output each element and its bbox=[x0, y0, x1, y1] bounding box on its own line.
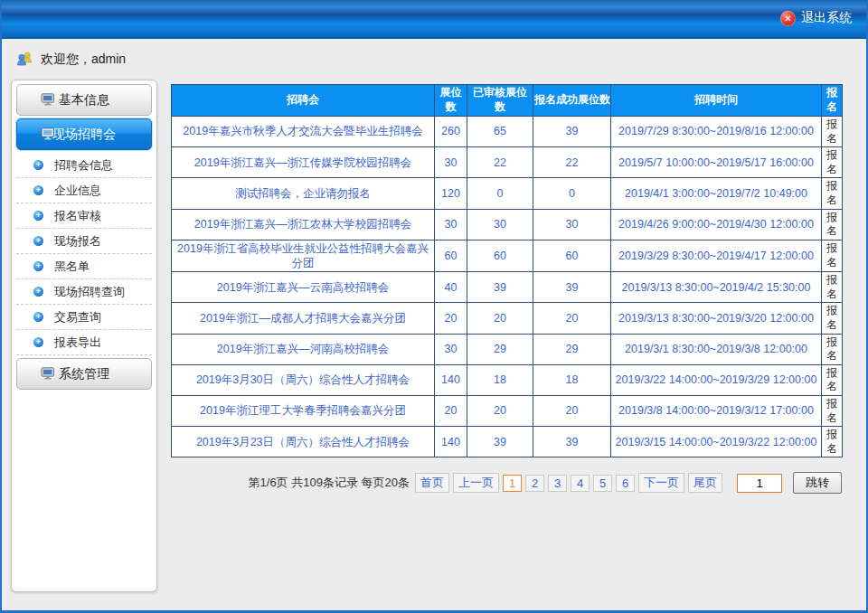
approved-count: 20 bbox=[467, 396, 533, 427]
approved-count: 39 bbox=[467, 427, 533, 457]
approved-count: 18 bbox=[467, 364, 533, 395]
pagination-last[interactable]: 尾页 bbox=[688, 473, 722, 493]
apply-link[interactable]: 报名 bbox=[822, 240, 843, 272]
table-row: 2019年3月30日（周六）综合性人才招聘会 140 18 18 2019/3/… bbox=[172, 364, 843, 395]
recruit-time: 2019/3/13 8:30:00~2019/3/20 12:00:00 bbox=[611, 303, 822, 334]
apply-link[interactable]: 报名 bbox=[822, 209, 843, 240]
sidebar-item-system-mgmt[interactable]: 系统管理 bbox=[16, 358, 152, 390]
plus-icon: + bbox=[33, 261, 43, 271]
jobfair-name-link[interactable]: 2019年浙江理工大学春季招聘会嘉兴分团 bbox=[172, 396, 435, 427]
users-icon bbox=[16, 52, 33, 69]
jobfair-name-link[interactable]: 测试招聘会，企业请勿报名 bbox=[172, 178, 435, 209]
booths-count: 30 bbox=[435, 209, 467, 240]
logout-button[interactable]: ✕ 退出系统 bbox=[780, 10, 852, 26]
registered-count: 20 bbox=[533, 396, 611, 427]
approved-count: 0 bbox=[467, 178, 533, 209]
main-content: 招聘会 展位数 已审核展位数 报名成功展位数 招聘时间 报名 2019年嘉兴市秋… bbox=[171, 84, 842, 494]
page-jump-button[interactable]: 跳转 bbox=[793, 472, 842, 494]
sidebar-sub-item-label: 交易查询 bbox=[54, 309, 101, 325]
booths-count: 20 bbox=[435, 303, 467, 334]
sidebar-sub-item[interactable]: + 黑名单 bbox=[16, 254, 152, 279]
plus-icon: + bbox=[33, 312, 43, 322]
approved-count: 39 bbox=[467, 272, 533, 303]
booths-count: 140 bbox=[435, 364, 467, 395]
jobfair-name-link[interactable]: 2019年嘉兴市秋季人才交流大会暨毕业生招聘会 bbox=[172, 117, 435, 147]
app-window: ✕ 退出系统 欢迎您，admin 基 bbox=[0, 0, 868, 613]
apply-link[interactable]: 报名 bbox=[822, 117, 843, 147]
table-row: 2019年浙江理工大学春季招聘会嘉兴分团 20 20 20 2019/3/8 1… bbox=[172, 396, 843, 427]
sidebar-item-label: 现场招聘会 bbox=[52, 127, 116, 143]
jobfair-name-link[interactable]: 2019年浙江嘉兴—浙江农林大学校园招聘会 bbox=[172, 209, 435, 240]
table-row: 测试招聘会，企业请勿报名 120 0 0 2019/4/1 3:00:00~20… bbox=[172, 178, 843, 209]
jobfair-name-link[interactable]: 2019年3月23日（周六）综合性人才招聘会 bbox=[172, 427, 435, 457]
pagination-page-number[interactable]: 6 bbox=[616, 475, 635, 492]
registered-count: 60 bbox=[533, 240, 611, 272]
monitor-icon bbox=[41, 127, 55, 143]
sidebar-sub-item-label: 报名审核 bbox=[54, 208, 101, 224]
pagination-prev[interactable]: 上一页 bbox=[453, 473, 499, 493]
col-header-apply: 报名 bbox=[822, 85, 843, 117]
registered-count: 29 bbox=[533, 334, 611, 364]
apply-link[interactable]: 报名 bbox=[822, 364, 843, 395]
pagination-page-number[interactable]: 5 bbox=[593, 475, 612, 492]
col-header-jobfair: 招聘会 bbox=[172, 85, 435, 117]
plus-icon: + bbox=[33, 337, 43, 347]
sidebar-sub-item[interactable]: + 报表导出 bbox=[16, 330, 152, 355]
pagination-next[interactable]: 下一页 bbox=[638, 473, 684, 493]
approved-count: 22 bbox=[467, 147, 533, 178]
booths-count: 30 bbox=[435, 334, 467, 364]
plus-icon: + bbox=[33, 211, 43, 221]
sidebar-sub-item[interactable]: + 报名审核 bbox=[16, 203, 152, 229]
recruit-time: 2019/5/7 10:00:00~2019/5/17 16:00:00 bbox=[611, 147, 822, 178]
apply-link[interactable]: 报名 bbox=[822, 272, 843, 303]
sidebar-item-label: 基本信息 bbox=[59, 92, 109, 108]
jobfair-name-link[interactable]: 2019年浙江嘉兴—河南高校招聘会 bbox=[172, 334, 435, 364]
recruit-time: 2019/3/1 8:30:00~2019/3/8 12:00:00 bbox=[611, 334, 822, 364]
pagination-page-number[interactable]: 1 bbox=[503, 475, 522, 492]
table-row: 2019年浙江嘉兴—浙江传媒学院校园招聘会 30 22 22 2019/5/7 … bbox=[172, 147, 843, 178]
apply-link[interactable]: 报名 bbox=[822, 303, 843, 334]
logout-label: 退出系统 bbox=[801, 10, 852, 26]
sidebar-item-onsite-jobfair[interactable]: 现场招聘会 bbox=[16, 118, 152, 150]
apply-link[interactable]: 报名 bbox=[822, 334, 843, 364]
table-row: 2019年浙江省高校毕业生就业公益性招聘大会嘉兴分团 60 60 60 2019… bbox=[172, 240, 843, 272]
jobfair-name-link[interactable]: 2019年浙江嘉兴—云南高校招聘会 bbox=[172, 272, 435, 303]
pagination-summary: 第1/6页 共109条记录 每页20条 bbox=[249, 475, 410, 491]
recruit-time: 2019/3/22 14:00:00~2019/3/29 12:00:00 bbox=[611, 364, 822, 395]
registered-count: 39 bbox=[533, 427, 611, 457]
sidebar-sub-item-label: 招聘会信息 bbox=[54, 157, 113, 174]
plus-icon: + bbox=[33, 185, 43, 195]
sidebar-item-label: 系统管理 bbox=[59, 366, 109, 382]
sidebar-sub-item[interactable]: + 现场报名 bbox=[16, 229, 152, 254]
apply-link[interactable]: 报名 bbox=[822, 427, 843, 457]
apply-link[interactable]: 报名 bbox=[822, 396, 843, 427]
jobfair-name-link[interactable]: 2019年浙江—成都人才招聘大会嘉兴分团 bbox=[172, 303, 435, 334]
monitor-icon bbox=[41, 93, 55, 108]
monitor-icon bbox=[41, 367, 55, 382]
jobfair-name-link[interactable]: 2019年浙江省高校毕业生就业公益性招聘大会嘉兴分团 bbox=[172, 240, 435, 272]
sidebar-sub-item-label: 报表导出 bbox=[54, 335, 101, 351]
jobfair-table: 招聘会 展位数 已审核展位数 报名成功展位数 招聘时间 报名 2019年嘉兴市秋… bbox=[171, 84, 843, 457]
sidebar-sub-item[interactable]: + 现场招聘查询 bbox=[16, 279, 152, 305]
jobfair-name-link[interactable]: 2019年浙江嘉兴—浙江传媒学院校园招聘会 bbox=[172, 147, 435, 178]
page-jump-input[interactable] bbox=[737, 474, 782, 493]
sidebar-sub-item[interactable]: + 交易查询 bbox=[16, 305, 152, 330]
plus-icon: + bbox=[33, 236, 43, 246]
jobfair-name-link[interactable]: 2019年3月30日（周六）综合性人才招聘会 bbox=[172, 364, 435, 395]
col-header-approved: 已审核展位数 bbox=[467, 85, 533, 117]
apply-link[interactable]: 报名 bbox=[822, 178, 843, 209]
welcome-bar: 欢迎您，admin bbox=[16, 51, 866, 69]
booths-count: 140 bbox=[435, 427, 467, 457]
pagination-page-number[interactable]: 4 bbox=[571, 475, 590, 492]
table-header-row: 招聘会 展位数 已审核展位数 报名成功展位数 招聘时间 报名 bbox=[172, 85, 843, 117]
pagination-page-number[interactable]: 3 bbox=[548, 475, 567, 492]
sidebar-item-basic-info[interactable]: 基本信息 bbox=[16, 84, 152, 116]
recruit-time: 2019/3/15 14:00:00~2019/3/22 12:00:00 bbox=[611, 427, 822, 457]
registered-count: 39 bbox=[533, 272, 611, 303]
sidebar-sub-item[interactable]: + 企业信息 bbox=[16, 178, 152, 203]
pagination-page-number[interactable]: 2 bbox=[525, 475, 544, 492]
sidebar-sub-item[interactable]: + 招聘会信息 bbox=[16, 153, 152, 178]
apply-link[interactable]: 报名 bbox=[822, 147, 843, 178]
pagination-first[interactable]: 首页 bbox=[415, 473, 449, 493]
plus-icon: + bbox=[33, 287, 43, 297]
